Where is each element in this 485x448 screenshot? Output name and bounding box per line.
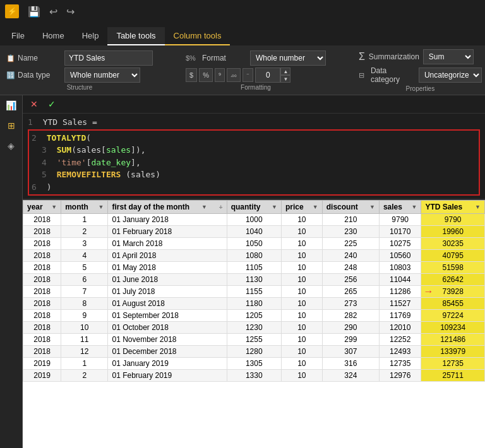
cell-discount: 230	[322, 226, 379, 238]
cell-month: 1	[61, 358, 108, 370]
cell-price: 10	[281, 274, 322, 286]
cell-year: 2018	[23, 298, 61, 310]
cell-price: 10	[281, 226, 322, 238]
col-ytd-sales[interactable]: YTD Sales ▼	[421, 201, 485, 214]
cell-month: 10	[61, 322, 108, 334]
cell-ytd: 85455	[421, 298, 485, 310]
save-button[interactable]: 💾	[25, 4, 43, 19]
formula-box: 2 TOTALYTD( 3 SUM(sales[sales]), 4 'time…	[28, 129, 480, 196]
cell-quantity: 1280	[227, 346, 281, 358]
discount-filter-icon[interactable]: ▼	[369, 204, 375, 210]
name-input[interactable]	[64, 50, 153, 66]
format-select[interactable]: Whole number	[250, 50, 326, 66]
cell-first_day: 01 July 2018	[108, 286, 227, 298]
cell-first_day: 01 September 2018	[108, 310, 227, 322]
tab-file[interactable]: File	[3, 27, 33, 45]
tab-home[interactable]: Home	[33, 27, 73, 45]
cell-month: 11	[61, 334, 108, 346]
cell-discount: 225	[322, 238, 379, 250]
cell-quantity: 1205	[227, 310, 281, 322]
sales-filter-icon[interactable]: ▼	[411, 204, 417, 210]
table-row: 2018801 August 20181180102731152785455	[23, 298, 485, 310]
cell-ytd: 62642	[421, 274, 485, 286]
data-table: year ▼ month ▼	[23, 200, 485, 382]
cell-ytd: 51598	[421, 262, 485, 274]
title-bar-controls[interactable]: 💾 ↩ ↪	[25, 4, 77, 19]
cell-ytd: 19960	[421, 226, 485, 238]
col-month[interactable]: month ▼	[61, 201, 108, 214]
cell-price: 10	[281, 214, 322, 226]
cell-ytd: 109234	[421, 322, 485, 334]
cell-year: 2018	[23, 214, 61, 226]
spin-up[interactable]: ▲	[280, 68, 290, 75]
col-year[interactable]: year ▼	[23, 201, 61, 214]
cell-first_day: 01 November 2018	[108, 334, 227, 346]
sidebar-data-icon[interactable]: ⊞	[4, 118, 19, 133]
cell-price: 10	[281, 250, 322, 262]
structure-group: 📋 Name 🔢 Data type Whole number Structur…	[6, 50, 153, 91]
add-col-icon[interactable]: +	[219, 204, 223, 211]
summarization-select[interactable]: Sum	[423, 49, 474, 64]
table-row: 2019101 January 20191305103161273512735	[23, 358, 485, 370]
quantity-filter-icon[interactable]: ▼	[272, 204, 277, 210]
cell-price: 10	[281, 322, 322, 334]
month-filter-icon[interactable]: ▼	[99, 204, 104, 210]
table-row: 2018401 April 20181080102401056040795	[23, 250, 485, 262]
col-discount[interactable]: discount ▼	[322, 201, 379, 214]
table-body: 2018101 January 201810001021097909790201…	[23, 214, 485, 382]
decrease-decimal-button[interactable]: ⁻	[242, 68, 253, 82]
cell-month: 9	[61, 310, 108, 322]
table-row: 2018501 May 20181105102481080351598	[23, 262, 485, 274]
cell-quantity: 1050	[227, 238, 281, 250]
cell-year: 2018	[23, 286, 61, 298]
cell-month: 12	[61, 346, 108, 358]
sidebar-report-icon[interactable]: 📊	[4, 98, 19, 113]
cell-month: 7	[61, 286, 108, 298]
datatype-select[interactable]: Whole number	[64, 68, 140, 83]
spin-down[interactable]: ▼	[280, 75, 290, 83]
format-label: Format	[202, 54, 246, 62]
col-price[interactable]: price ▼	[281, 201, 322, 214]
cell-year: 2018	[23, 334, 61, 346]
cell-quantity: 1230	[227, 322, 281, 334]
decimal-spinners: ▲ ▼	[280, 68, 290, 83]
sidebar-model-icon[interactable]: ◈	[4, 138, 19, 153]
redo-button[interactable]: ↪	[64, 4, 77, 19]
tab-help[interactable]: Help	[73, 27, 108, 45]
cell-month: 2	[61, 370, 108, 382]
formula-toolbar: ✕ ✓	[23, 95, 485, 114]
col-sales[interactable]: sales ▼	[379, 201, 421, 214]
undo-button[interactable]: ↩	[47, 4, 60, 19]
tab-column-tools[interactable]: Column tools	[165, 27, 231, 45]
formula-content: 1 YTD Sales = 2 TOTALYTD( 3 SUM(sales[sa…	[23, 114, 485, 199]
price-filter-icon[interactable]: ▼	[313, 204, 318, 210]
ytd-filter-icon[interactable]: ▼	[475, 204, 481, 210]
first-day-filter-icon[interactable]: ▼	[201, 204, 207, 210]
datacategory-select[interactable]: Uncategorized	[419, 68, 482, 83]
cell-price: 10	[281, 358, 322, 370]
data-table-container[interactable]: year ▼ month ▼	[23, 200, 485, 448]
col-first-day[interactable]: first day of the month ▼ +	[108, 201, 227, 214]
cell-first_day: 01 February 2018	[108, 226, 227, 238]
app-icon: ⚡	[5, 4, 19, 18]
cell-discount: 273	[322, 298, 379, 310]
cell-quantity: 1040	[227, 226, 281, 238]
cell-discount: 282	[322, 310, 379, 322]
cell-year: 2018	[23, 238, 61, 250]
decimal-places-input[interactable]	[255, 68, 280, 83]
formula-cancel-button[interactable]: ✕	[28, 98, 40, 110]
cell-ytd: 133979	[421, 346, 485, 358]
cell-year: 2018	[23, 274, 61, 286]
formula-confirm-button[interactable]: ✓	[45, 98, 58, 110]
tab-table-tools[interactable]: Table tools	[107, 27, 164, 45]
dollar-button[interactable]: $	[186, 68, 197, 82]
formatting-group: $% Format Whole number $ % ⁹ .₀₀ ⁻ ▲ ▼	[186, 50, 326, 91]
increase-decimal-button[interactable]: .₀₀	[227, 68, 241, 82]
col-quantity[interactable]: quantity ▼	[227, 201, 281, 214]
row-arrow-annotation: →	[423, 286, 433, 297]
table-row: 2018201 February 20181040102301017019960	[23, 226, 485, 238]
comma-button[interactable]: ⁹	[215, 68, 225, 82]
year-filter-icon[interactable]: ▼	[51, 204, 57, 210]
cell-sales: 12735	[379, 358, 421, 370]
percent-button[interactable]: %	[199, 68, 213, 82]
